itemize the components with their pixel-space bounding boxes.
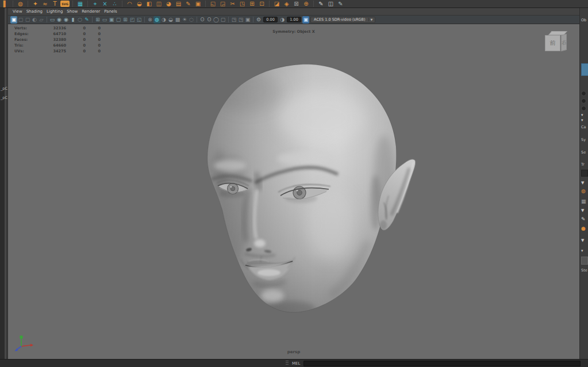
shelf-planks-icon[interactable]: ▤: [174, 0, 183, 7]
shelf-knife-icon[interactable]: ✎: [316, 0, 326, 7]
rp-grid-icon[interactable]: ▦: [581, 198, 586, 204]
rp-expander-1[interactable]: ▾: [581, 113, 583, 117]
vp-exposure-gear-icon[interactable]: ⚙: [255, 16, 262, 24]
vp-camera-c-icon[interactable]: ◐: [31, 16, 38, 24]
command-line-grip[interactable]: [286, 361, 289, 366]
vp-ao-icon[interactable]: ◌: [188, 16, 195, 24]
shelf-multicut-icon[interactable]: ✂: [228, 0, 237, 7]
rp-section-arrow-2[interactable]: ▼: [581, 208, 584, 213]
shelf-grid-sphere-icon[interactable]: ◕: [164, 0, 174, 7]
menu-view[interactable]: View: [13, 9, 22, 14]
command-line-language-toggle[interactable]: MEL: [292, 361, 300, 366]
shelf-quads-icon[interactable]: ◧: [144, 0, 154, 7]
vp-layout-four-icon[interactable]: ⊞: [94, 16, 101, 24]
rp-ball-icon[interactable]: ●: [581, 225, 586, 231]
vp-layout-wide-icon[interactable]: ▭: [101, 16, 108, 24]
shelf-wire-sphere-icon[interactable]: ◍: [16, 0, 25, 7]
vp-joint-icon[interactable]: ◌: [76, 16, 83, 24]
rp-option-dot-1[interactable]: [581, 91, 586, 96]
vp-grease-pencil-icon[interactable]: ✎: [83, 16, 90, 24]
rp-option-dot-2[interactable]: [581, 98, 586, 104]
command-line-input[interactable]: [303, 361, 581, 366]
rp-small-arrow[interactable]: ▾: [581, 249, 583, 253]
vp-bookmark-icon[interactable]: ▣: [10, 16, 17, 24]
vp-scene-light-icon[interactable]: ʘ: [206, 16, 213, 24]
vp-exposure-field[interactable]: 0.00: [263, 17, 278, 22]
view-cube-right-face[interactable]: 右: [561, 34, 567, 51]
vp-colorspace-dropdown[interactable]: ACES 1.0 SDR-video (sRGB)▼: [310, 17, 375, 23]
vp-default-light-icon[interactable]: ʘ: [199, 16, 206, 24]
shelf-extrude-icon[interactable]: ◱: [208, 0, 218, 7]
vp-gamma-field[interactable]: 1.00: [287, 17, 301, 22]
head-model[interactable]: [207, 64, 416, 317]
shelf-cylinders-icon[interactable]: ◫: [154, 0, 164, 7]
vp-image-plane-icon[interactable]: ▭: [49, 16, 56, 24]
vp-wireframe-icon[interactable]: ⊗: [147, 16, 153, 24]
vp-layout-bottom-icon[interactable]: ◰: [129, 16, 136, 24]
shelf-curve-tool-icon[interactable]: ≈: [40, 0, 50, 7]
vp-cam-lock-icon[interactable]: ◉: [56, 16, 63, 24]
vp-checker-icon[interactable]: ▩: [174, 16, 181, 24]
vp-gate-icon[interactable]: ▮: [70, 16, 76, 24]
shelf-counter-icon[interactable]: ∴: [110, 0, 120, 7]
shelf-cube-pencil-icon[interactable]: ✎: [183, 0, 193, 7]
shelf-locator-icon[interactable]: ⌖: [90, 0, 100, 7]
rp-section-arrow-3[interactable]: ▼: [581, 238, 584, 243]
vp-textured-icon[interactable]: ◑: [160, 16, 167, 24]
vp-shaded-icon[interactable]: ◍: [153, 16, 160, 24]
menu-shading[interactable]: Shading: [26, 9, 43, 14]
rp-coin-icon[interactable]: ◍: [581, 188, 586, 194]
shelf-type-tool-icon[interactable]: T: [50, 0, 60, 7]
vp-camera-a-icon[interactable]: ▢: [17, 16, 24, 24]
shelf-quad-draw-icon[interactable]: ✎: [336, 0, 345, 7]
vp-xray-icon[interactable]: ▣: [244, 16, 251, 24]
shelf-arc-icon[interactable]: ◠: [125, 0, 134, 7]
outliner-item-fragment[interactable]: _pC: [1, 86, 7, 91]
vp-fog-icon[interactable]: ▢: [220, 16, 226, 24]
shelf-lattice-icon[interactable]: ⊠: [291, 0, 301, 7]
rp-option-dot-3[interactable]: [581, 106, 586, 111]
shelf-calculator-icon[interactable]: ▦: [75, 0, 85, 7]
vp-lights-all-icon[interactable]: ☀: [181, 16, 188, 24]
perspective-viewport[interactable]: Verts: 32336 0 0 Edges: 64710 0 0 Faces:…: [8, 24, 579, 359]
vp-camera-b-icon[interactable]: ▢: [24, 16, 31, 24]
shelf-grid-plus-icon[interactable]: ⊞: [247, 0, 257, 7]
vp-shadows-icon[interactable]: ◒: [167, 16, 174, 24]
vp-layout-grid-icon[interactable]: ⊞: [122, 16, 129, 24]
vp-gamma-icon[interactable]: ◑: [279, 16, 286, 24]
shelf-svg-tool-icon[interactable]: SVG: [60, 1, 70, 7]
shelf-combine-icon[interactable]: ◳: [237, 0, 247, 7]
shelf-fill-hole-icon[interactable]: ◪: [272, 0, 282, 7]
shelf-split-icon[interactable]: ◫: [326, 0, 336, 7]
menu-renderer[interactable]: Renderer: [82, 9, 100, 14]
menu-show[interactable]: Show: [67, 9, 78, 14]
vp-camera-d-icon[interactable]: ▱: [38, 16, 45, 24]
vp-isolate-b-icon[interactable]: ◳: [237, 16, 244, 24]
vp-layout-right-icon[interactable]: ◱: [136, 16, 143, 24]
rp-expander-2[interactable]: ▾: [581, 118, 583, 123]
shelf-snap-icon[interactable]: ×: [100, 0, 110, 7]
vp-color-management-icon[interactable]: ▣: [302, 16, 309, 24]
menu-panels[interactable]: Panels: [104, 9, 117, 14]
shelf-smooth-icon[interactable]: ⊕: [301, 0, 311, 7]
vp-layout-single-icon[interactable]: ▢: [115, 16, 122, 24]
shelf-mirror-icon[interactable]: ◈: [282, 0, 291, 7]
rp-pencil-icon[interactable]: ✎: [581, 216, 586, 222]
chevron-down-icon[interactable]: ▼: [368, 18, 375, 21]
rp-button-fragment[interactable]: [581, 257, 588, 265]
shelf-cube-icon[interactable]: ▣: [193, 0, 203, 7]
vp-isolate-a-icon[interactable]: ◳: [230, 16, 237, 24]
shelf-bevel-icon[interactable]: ◲: [218, 0, 228, 7]
rp-section-arrow-1[interactable]: ▼: [581, 181, 584, 185]
vp-layout-inner-icon[interactable]: ▣: [108, 16, 115, 24]
shelf-sphere-band-icon[interactable]: ◒: [134, 0, 144, 7]
shelf-sparkle-icon[interactable]: ✦: [30, 0, 40, 7]
menu-lighting[interactable]: Lighting: [47, 9, 63, 14]
outliner-item-fragment[interactable]: _pC: [1, 95, 7, 100]
rp-selected-tool-swatch[interactable]: [581, 63, 588, 76]
shelf-partial-icon[interactable]: ▌: [1, 0, 10, 7]
vp-cam-select-icon[interactable]: ◉: [63, 16, 70, 24]
vp-shadow-toggle-icon[interactable]: ◯: [213, 16, 220, 24]
view-cube-front-face[interactable]: 前: [545, 35, 560, 51]
shelf-dots-cube-icon[interactable]: ⊡: [257, 0, 267, 7]
